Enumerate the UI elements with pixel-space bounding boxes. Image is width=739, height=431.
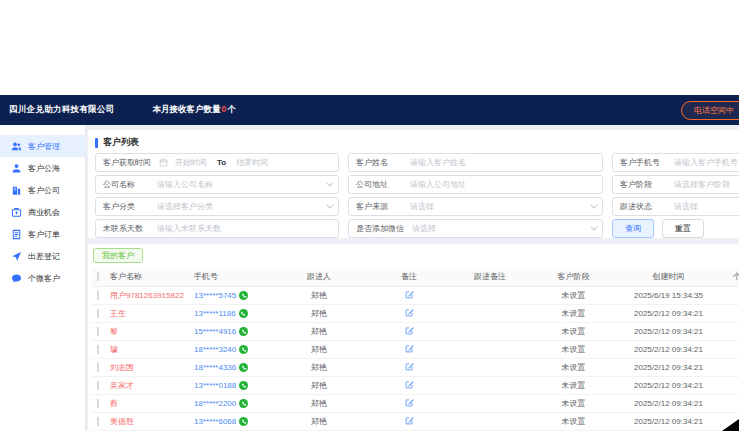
- phone-call-icon[interactable]: [239, 381, 248, 390]
- field-label: 跟进状态: [620, 201, 666, 212]
- edit-note-icon[interactable]: [405, 362, 414, 371]
- sidebar-item-company[interactable]: 客户公司: [0, 179, 85, 201]
- customer-name-link[interactable]: 蔡: [108, 398, 192, 409]
- row-checkbox[interactable]: [97, 417, 99, 426]
- customer-source-field[interactable]: 客户来源 请选择: [348, 197, 603, 216]
- col-wechat: 个微: [716, 271, 739, 282]
- table-row: 吴家才 13*****0188 郑艳 未设置 2025/2/12 09:34:2…: [92, 377, 739, 395]
- chevron-down-icon: [326, 202, 333, 209]
- stage-cell: 未设置: [526, 416, 621, 427]
- company-name-field[interactable]: 公司名称 请输入公司名称: [95, 175, 339, 194]
- opportunity-icon: [11, 207, 22, 218]
- acquire-time-range-field[interactable]: 客户获取时间 开始时间 To 结束时间: [95, 153, 339, 172]
- customer-phone-cell[interactable]: 18*****4336: [192, 363, 274, 372]
- stage-cell: 未设置: [526, 380, 621, 391]
- follower-name: 郑艳: [274, 380, 364, 391]
- edit-note-icon[interactable]: [405, 416, 414, 425]
- follower-name: 郑艳: [274, 308, 364, 319]
- phone-call-icon[interactable]: [239, 291, 248, 300]
- customer-name-link[interactable]: 奥德胜: [108, 416, 192, 427]
- field-label: 客户手机号: [620, 157, 666, 168]
- customer-phone-cell[interactable]: 13*****6068: [192, 417, 274, 426]
- customer-name-link[interactable]: 黎: [108, 326, 192, 337]
- customer-phone-cell[interactable]: 15*****4916: [192, 327, 274, 336]
- phone-call-icon[interactable]: [239, 309, 248, 318]
- customer-mobile-field[interactable]: 客户手机号 请输入客户手机号: [612, 153, 739, 172]
- row-checkbox[interactable]: [97, 309, 99, 318]
- sidebar-item-label: 客户公海: [28, 163, 60, 174]
- date-range-separator: To: [217, 158, 226, 167]
- follow-status-field[interactable]: 跟进状态 请选择: [612, 197, 739, 216]
- sidebar-item-public-sea[interactable]: 客户公海: [0, 157, 85, 179]
- follower-name: 郑艳: [274, 344, 364, 355]
- table-row: 王生 13*****1186 郑艳 未设置 2025/2/12 09:34:21: [92, 305, 739, 323]
- row-checkbox[interactable]: [97, 291, 99, 300]
- table-row: 黎 15*****4916 郑艳 未设置 2025/2/12 09:34:21: [92, 323, 739, 341]
- row-checkbox[interactable]: [97, 363, 99, 372]
- stage-cell: 未设置: [526, 362, 621, 373]
- follower-name: 郑艳: [274, 326, 364, 337]
- row-checkbox[interactable]: [97, 381, 99, 390]
- customer-phone-cell[interactable]: 13*****0188: [192, 381, 274, 390]
- row-checkbox[interactable]: [97, 327, 99, 336]
- sidebar-item-opportunity[interactable]: 商业机会: [0, 201, 85, 223]
- edit-note-icon[interactable]: [405, 290, 414, 299]
- sidebar-item-orders[interactable]: 客户订单: [0, 223, 85, 245]
- created-time-cell: 2025/2/12 09:34:21: [621, 327, 716, 336]
- created-time-cell: 2025/2/12 09:34:21: [621, 345, 716, 354]
- col-created: 创建时间: [621, 271, 716, 282]
- note-cell: [364, 416, 454, 427]
- phone-call-icon[interactable]: [239, 363, 248, 372]
- field-label: 客户姓名: [356, 157, 402, 168]
- row-checkbox[interactable]: [97, 399, 99, 408]
- customer-phone-cell[interactable]: 13*****1186: [192, 309, 274, 318]
- edit-note-icon[interactable]: [405, 344, 414, 353]
- sidebar-item-travel[interactable]: 出差登记: [0, 245, 85, 267]
- customers-icon: [11, 141, 22, 152]
- uncontacted-days-field[interactable]: 未联系天数 请输入未联系天数: [95, 219, 339, 238]
- note-cell: [364, 344, 454, 355]
- end-time-input[interactable]: 结束时间: [236, 157, 268, 168]
- edit-note-icon[interactable]: [405, 398, 414, 407]
- phone-call-icon[interactable]: [239, 399, 248, 408]
- customer-name-link[interactable]: 用户9781263915822: [108, 290, 192, 301]
- field-label: 是否添加微信: [356, 223, 404, 234]
- customer-name-field[interactable]: 客户姓名 请输入客户姓名: [348, 153, 603, 172]
- sidebar-item-customers[interactable]: 客户管理: [0, 135, 85, 157]
- phone-call-icon[interactable]: [239, 345, 248, 354]
- customer-name-link[interactable]: 吴家才: [108, 380, 192, 391]
- masked-phone: 13*****5745: [194, 291, 236, 300]
- select-all-checkbox[interactable]: [97, 272, 99, 281]
- reset-button[interactable]: 重置: [662, 219, 704, 238]
- customer-phone-cell[interactable]: 18*****3240: [192, 345, 274, 354]
- edit-note-icon[interactable]: [405, 308, 414, 317]
- customer-name-link[interactable]: 璩: [108, 344, 192, 355]
- field-label: 未联系天数: [103, 223, 149, 234]
- row-select-cell: [92, 309, 108, 318]
- sidebar-item-wechat[interactable]: 个微客户: [0, 267, 85, 289]
- customer-name-link[interactable]: 刘志国: [108, 362, 192, 373]
- company-address-field[interactable]: 公司地址 请输入公司地址: [348, 175, 603, 194]
- phone-space-button[interactable]: 电话空间中: [681, 101, 739, 120]
- customer-phone-cell[interactable]: 18*****2200: [192, 399, 274, 408]
- my-customers-tab[interactable]: 我的客户: [93, 248, 143, 263]
- phone-call-icon[interactable]: [239, 417, 248, 426]
- phone-call-icon[interactable]: [239, 327, 248, 336]
- masked-phone: 18*****2200: [194, 399, 236, 408]
- customer-phone-cell[interactable]: 13*****5745: [192, 291, 274, 300]
- edit-note-icon[interactable]: [405, 326, 414, 335]
- table-row: 刘志国 18*****4336 郑艳 未设置 2025/2/12 09:34:2…: [92, 359, 739, 377]
- field-placeholder: 请选择: [674, 201, 739, 212]
- row-select-cell: [92, 345, 108, 354]
- query-button[interactable]: 查询: [612, 219, 654, 238]
- customer-stage-field[interactable]: 客户阶段 请选择客户阶段: [612, 175, 739, 194]
- start-time-input[interactable]: 开始时间: [175, 157, 207, 168]
- follower-name: 郑艳: [274, 416, 364, 427]
- customer-category-field[interactable]: 客户分类 请选择客户分类: [95, 197, 339, 216]
- follower-name: 郑艳: [274, 290, 364, 301]
- row-select-cell: [92, 363, 108, 372]
- row-checkbox[interactable]: [97, 345, 99, 354]
- customer-name-link[interactable]: 王生: [108, 308, 192, 319]
- edit-note-icon[interactable]: [405, 380, 414, 389]
- wechat-added-field[interactable]: 是否添加微信 请选择: [348, 219, 603, 238]
